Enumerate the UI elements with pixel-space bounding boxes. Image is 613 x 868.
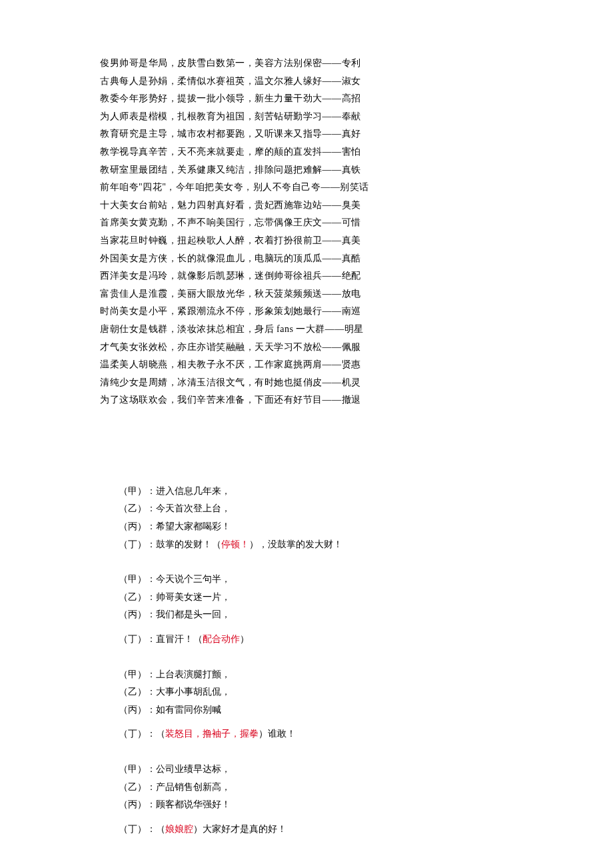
poem-line: 教研室里最团结，关系健康又纯洁，排除问题把难解——真铁	[100, 161, 513, 179]
speaker-label: （甲）	[119, 669, 147, 679]
poem-line: 十大美女台前站，魅力四射真好看，贵妃西施靠边站——臭美	[100, 197, 513, 215]
dialog-line: （丙）：顾客都说华强好！	[119, 796, 513, 814]
speaker-label: （丁）	[119, 729, 147, 739]
poem-line: 为人师表是楷模，扎根教育为祖国，刻苦钻研勤学习——奉献	[100, 108, 513, 126]
speaker-label: （乙）	[119, 592, 147, 602]
dialog-text: ：（	[147, 729, 165, 739]
dialog-block: （甲）：进入信息几年来，（乙）：今天首次登上台，（丙）：希望大家都喝彩！（丁）：…	[100, 483, 513, 839]
dialog-group: （甲）：公司业绩早达标，（乙）：产品销售创新高，（丙）：顾客都说华强好！（丁）：…	[119, 761, 513, 838]
stage-direction: 配合动作	[203, 634, 240, 644]
poem-line: 当家花旦时钟巍，扭起秧歌人人醉，衣着打扮很前卫——真美	[100, 232, 513, 250]
dialog-text: ：帅哥美女迷一片，	[147, 592, 231, 602]
poem-line: 教学视导真辛苦，天不亮来就要走，摩的颠的直发抖——害怕	[100, 143, 513, 161]
poem-line: 清纯少女是周婧，冰清玉洁很文气，有时她也挺俏皮——机灵	[100, 374, 513, 392]
poem-line: 唐朝仕女是钱群，淡妆浓抹总相宜，身后 fans 一大群——明星	[100, 321, 513, 339]
dialog-line: （乙）：产品销售创新高，	[119, 779, 513, 797]
speaker-label: （丁）	[119, 539, 147, 549]
stage-direction: 装怒目，撸袖子，握拳	[165, 729, 259, 739]
dialog-line: （甲）：上台表演腿打颤，	[119, 666, 513, 684]
speaker-label: （甲）	[119, 764, 147, 774]
dialog-group: （甲）：上台表演腿打颤，（乙）：大事小事胡乱侃，（丙）：如有雷同你别喊（丁）：（…	[119, 666, 513, 743]
dialog-text: ：今天首次登上台，	[147, 503, 231, 513]
dialog-text: ）大家好才是真的好！	[193, 824, 287, 834]
dialog-text: ）	[240, 634, 249, 644]
page-content: 俊男帅哥是华局，皮肤雪白数第一，美容方法别保密——专利古典每人是孙娟，柔情似水赛…	[0, 0, 613, 868]
dialog-line: （丙）：如有雷同你别喊	[119, 701, 513, 719]
speaker-label: （甲）	[119, 486, 147, 496]
poem-line: 外国美女是方侠，长的就像混血儿，电脑玩的顶瓜瓜——真酷	[100, 250, 513, 268]
poem-line: 首席美女黄克勤，不声不响美国行，忘带偶像王庆文——可惜	[100, 214, 513, 232]
dialog-text: ）谁敢！	[259, 729, 296, 739]
speaker-label: （乙）	[119, 687, 147, 697]
poem-line: 为了这场联欢会，我们辛苦来准备，下面还有好节目——撤退	[100, 391, 513, 409]
dialog-text: ：直冒汗！（	[147, 634, 203, 644]
poem-line: 古典每人是孙娟，柔情似水赛祖英，温文尔雅人缘好——淑女	[100, 73, 513, 91]
dialog-text: ：（	[147, 824, 165, 834]
speaker-label: （乙）	[119, 503, 147, 513]
dialog-text: ：希望大家都喝彩！	[147, 521, 231, 531]
poem-line: 教委今年形势好，提拔一批小领导，新生力量干劲大——高招	[100, 90, 513, 108]
dialog-line: （丁）：（装怒目，撸袖子，握拳）谁敢！	[119, 725, 513, 743]
dialog-text: ），没鼓掌的发大财！	[249, 539, 342, 549]
dialog-line: （甲）：公司业绩早达标，	[119, 761, 513, 779]
dialog-group: （甲）：进入信息几年来，（乙）：今天首次登上台，（丙）：希望大家都喝彩！（丁）：…	[119, 483, 513, 553]
speaker-label: （丙）	[119, 521, 147, 531]
speaker-label: （丁）	[119, 824, 147, 834]
speaker-label: （丙）	[119, 609, 147, 619]
dialog-line: （乙）：大事小事胡乱侃，	[119, 683, 513, 701]
dialog-text: ：上台表演腿打颤，	[147, 669, 231, 679]
dialog-line: （乙）：今天首次登上台，	[119, 500, 513, 518]
dialog-text: ：我们都是头一回，	[147, 609, 231, 619]
speaker-label: （丙）	[119, 799, 147, 809]
dialog-text: ：顾客都说华强好！	[147, 799, 231, 809]
poem-line: 才气美女张效松，亦庄亦谐笑融融，天天学习不放松——佩服	[100, 339, 513, 357]
dialog-group: （甲）：今天说个三句半，（乙）：帅哥美女迷一片，（丙）：我们都是头一回，（丁）：…	[119, 571, 513, 648]
dialog-line: （丙）：希望大家都喝彩！	[119, 518, 513, 536]
dialog-text: ：今天说个三句半，	[147, 574, 231, 584]
stage-direction: 娘娘腔	[165, 824, 193, 834]
dialog-line: （甲）：今天说个三句半，	[119, 571, 513, 589]
dialog-line: （丁）：鼓掌的发财！（停顿！），没鼓掌的发大财！	[119, 536, 513, 554]
dialog-text: ：鼓掌的发财！（	[147, 539, 221, 549]
dialog-line: （甲）：进入信息几年来，	[119, 483, 513, 501]
poem-line: 前年咱夸"四花"，今年咱把美女夸，别人不夸自己夸——别笑话	[100, 179, 513, 197]
dialog-line: （乙）：帅哥美女迷一片，	[119, 589, 513, 607]
dialog-text: ：公司业绩早达标，	[147, 764, 231, 774]
poem-block: 俊男帅哥是华局，皮肤雪白数第一，美容方法别保密——专利古典每人是孙娟，柔情似水赛…	[100, 55, 513, 409]
poem-line: 时尚美女是小平，紧跟潮流永不停，形象策划她最行——南巡	[100, 303, 513, 321]
poem-line: 温柔美人胡晓燕，相夫教子永不厌，工作家庭挑两肩——贤惠	[100, 356, 513, 374]
poem-line: 俊男帅哥是华局，皮肤雪白数第一，美容方法别保密——专利	[100, 55, 513, 73]
poem-line: 西洋美女是冯玲，就像影后凯瑟琳，迷倒帅哥徐祖兵——绝配	[100, 267, 513, 285]
speaker-label: （丙）	[119, 705, 147, 715]
speaker-label: （丁）	[119, 634, 147, 644]
dialog-line: （丁）：（娘娘腔）大家好才是真的好！	[119, 821, 513, 839]
dialog-text: ：大事小事胡乱侃，	[147, 687, 231, 697]
dialog-text: ：进入信息几年来，	[147, 486, 231, 496]
dialog-text: ：如有雷同你别喊	[147, 705, 221, 715]
stage-direction: 停顿！	[221, 539, 249, 549]
speaker-label: （乙）	[119, 782, 147, 792]
poem-line: 教育研究是主导，城市农村都要跑，又听课来又指导——真好	[100, 125, 513, 143]
speaker-label: （甲）	[119, 574, 147, 584]
dialog-text: ：产品销售创新高，	[147, 782, 231, 792]
dialog-line: （丙）：我们都是头一回，	[119, 606, 513, 624]
dialog-line: （丁）：直冒汗！（配合动作）	[119, 631, 513, 649]
poem-line: 富贵佳人是淮霞，美丽大眼放光华，秋天菠菜频频送——放电	[100, 285, 513, 303]
